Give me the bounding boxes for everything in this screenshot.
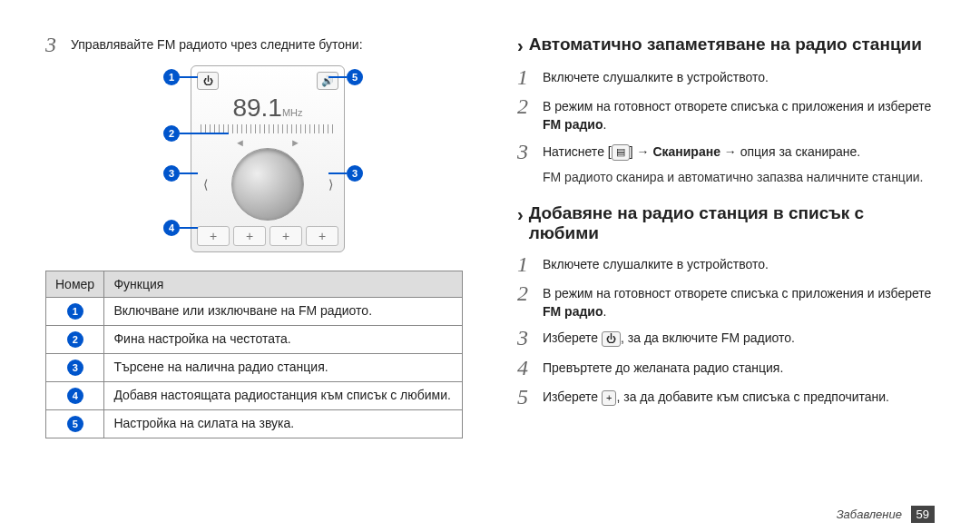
footer-page-number: 59 xyxy=(911,506,935,523)
chevron-icon: › xyxy=(517,34,524,56)
seek-prev-icon[interactable]: ⟨ xyxy=(197,177,213,192)
seek-next-icon[interactable]: ⟩ xyxy=(322,177,338,192)
s1-note: FM радиото сканира и автоматично запазва… xyxy=(543,169,935,187)
step-number-3: 3 xyxy=(45,33,71,56)
callout-3-right: 3 xyxy=(347,165,363,182)
functions-table: Номер Функция 1 Включване или изключване… xyxy=(45,271,463,438)
frequency-unit: MHz xyxy=(282,107,303,118)
row-func-4: Добавя настоящата радиостанция към списъ… xyxy=(104,382,463,410)
section-2-heading: › Добавяне на радио станция в списък с л… xyxy=(517,203,935,243)
row-func-1: Включване или изключване на FM радиото. xyxy=(104,298,463,326)
row-num-2: 2 xyxy=(67,331,83,348)
footer-section: Забавление xyxy=(837,507,902,521)
s2-step5: Изберете +, за да добавите към списъка с… xyxy=(543,385,889,407)
th-number: Номер xyxy=(46,271,104,298)
step-3-text: Управлявайте FM радиото чрез следните бу… xyxy=(71,33,363,54)
row-func-3: Търсене на налична радио станция. xyxy=(104,354,463,382)
s2-step3: Изберете ⏻, за да включите FM радиото. xyxy=(543,326,795,348)
preset-add-1[interactable]: + xyxy=(197,226,230,246)
s1-step1: Включете слушалките в устройството. xyxy=(543,65,769,87)
page-footer: Забавление 59 xyxy=(837,507,935,521)
frequency-value: 89.1 xyxy=(232,94,282,122)
menu-icon: ▤ xyxy=(612,144,630,160)
callout-3-left: 3 xyxy=(163,165,180,182)
callout-4: 4 xyxy=(163,220,180,236)
row-func-2: Фина настройка на честотата. xyxy=(104,326,463,354)
fm-radio-diagram: 1 5 2 3 3 4 ⏻ 🔊 89.1MHz ◄► xyxy=(136,65,372,252)
s2-step1: Включете слушалките в устройството. xyxy=(543,252,769,274)
row-num-5: 5 xyxy=(67,416,83,432)
s2-step4: Превъртете до желаната радио станция. xyxy=(543,356,783,378)
s1-step2: В режим на готовност отворете списъка с … xyxy=(543,94,935,133)
power-small-icon: ⏻ xyxy=(602,331,621,347)
tune-dial[interactable] xyxy=(231,148,304,221)
left-column: 3 Управлявайте FM радиото чрез следните … xyxy=(45,27,463,438)
power-icon[interactable]: ⏻ xyxy=(197,72,219,90)
plus-small-icon: + xyxy=(602,390,616,406)
volume-icon[interactable]: 🔊 xyxy=(317,72,338,90)
right-column: › Автоматично запаметяване на радио стан… xyxy=(517,27,935,438)
callout-1: 1 xyxy=(163,69,180,85)
s2-step2: В режим на готовност отворете списъка с … xyxy=(543,281,935,320)
callout-5: 5 xyxy=(347,69,363,85)
section-1-heading: › Автоматично запаметяване на радио стан… xyxy=(517,34,935,56)
row-func-5: Настройка на силата на звука. xyxy=(104,410,463,438)
chevron-icon: › xyxy=(517,203,524,225)
s1-step3: Натиснете [▤] → Сканиране → опция за ска… xyxy=(543,140,860,162)
callout-2-left: 2 xyxy=(163,125,180,142)
row-num-1: 1 xyxy=(67,303,83,320)
preset-add-2[interactable]: + xyxy=(233,226,266,246)
th-function: Функция xyxy=(104,271,463,298)
preset-add-4[interactable]: + xyxy=(306,226,338,246)
row-num-4: 4 xyxy=(67,388,83,404)
preset-add-3[interactable]: + xyxy=(270,226,302,246)
row-num-3: 3 xyxy=(67,360,83,376)
